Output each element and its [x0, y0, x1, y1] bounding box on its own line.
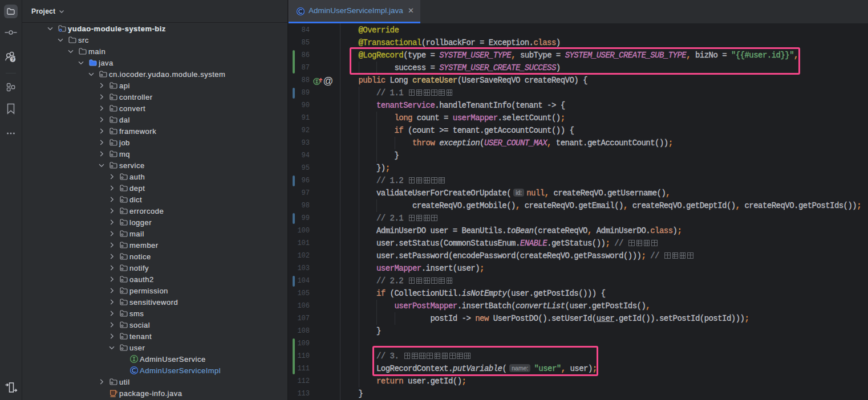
- svg-text:@: @: [323, 75, 334, 87]
